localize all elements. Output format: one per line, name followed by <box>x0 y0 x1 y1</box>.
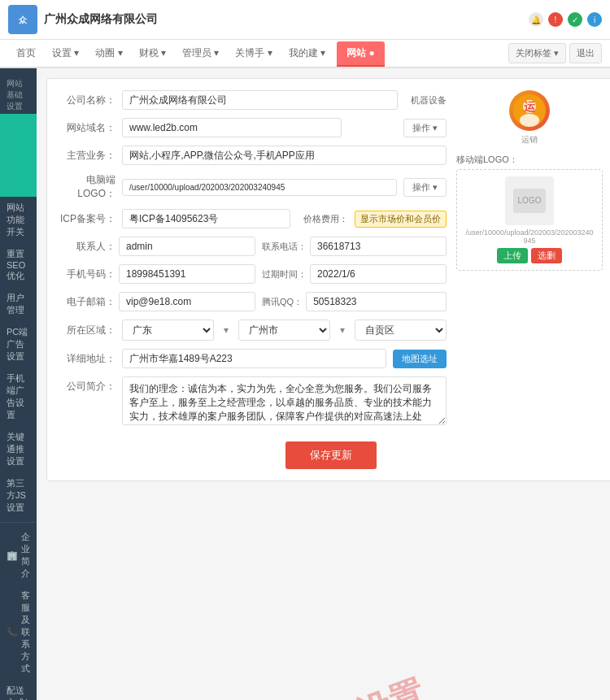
contact-phone-label: 联系电话： <box>262 241 307 253</box>
expire-label: 过期时间： <box>262 268 307 280</box>
city-select[interactable]: 广州市 <box>238 320 330 341</box>
icp-label: ICP备案号： <box>59 212 115 226</box>
delete-btn[interactable]: 选删 <box>531 248 562 263</box>
form-row-company-name: 公司名称： 机器设备 <box>59 90 447 110</box>
avatar-name: 运销 <box>456 134 603 146</box>
nav-settings[interactable]: 设置 ▾ <box>44 40 87 68</box>
operate-btn[interactable]: 操作 ▾ <box>403 119 447 137</box>
sidebar-item-mobile-ads[interactable]: 手机端广告设置 <box>0 367 37 426</box>
avatar-area: 运 运销 <box>456 90 603 146</box>
city-divider: ▾ <box>340 324 345 336</box>
business-input[interactable] <box>122 146 447 165</box>
province-value-display: ▾ <box>224 324 229 336</box>
nav-guanbo[interactable]: 关博手 ▾ <box>227 40 280 68</box>
qq-input[interactable] <box>306 292 447 311</box>
pc-logo-operate-btn[interactable]: 操作 ▾ <box>403 178 447 197</box>
email-input[interactable] <box>119 292 255 311</box>
mobile-logo-upload: LOGO /user/10000/upload/202003/202003240… <box>456 169 603 271</box>
form-row-email: 电子邮箱： 腾讯QQ： <box>59 292 447 311</box>
company-logo: 众 <box>8 5 37 34</box>
mobile-logo-path: /user/10000/upload/202003/202003240945 <box>464 228 595 245</box>
header-bar: 众 广州众成网络有限公司 🔔 ! ✓ i <box>0 0 610 40</box>
province-label: 所在区域： <box>59 324 115 337</box>
nav-admin[interactable]: 管理员 ▾ <box>174 40 227 68</box>
icp-input[interactable] <box>122 209 290 228</box>
price-label: 价格费用： <box>303 213 348 225</box>
nav-bar: 首页 设置 ▾ 动圈 ▾ 财税 ▾ 管理员 ▾ 关博手 ▾ 我的建 ▾ 网站 ●… <box>0 40 610 68</box>
map-btn[interactable]: 地图选址 <box>393 350 447 368</box>
contact-phone-input[interactable] <box>310 237 447 256</box>
sidebar-item-delivery[interactable]: 配送方式/配送方式 <box>0 680 37 700</box>
upload-btn[interactable]: 上传 <box>497 248 528 263</box>
form-row-contact: 联系人： 联系电话： <box>59 237 447 256</box>
intro-textarea[interactable]: 我们的理念：诚信为本，实力为先，全心全意为您服务。我们公司服务客户至上，服务至上… <box>122 376 447 425</box>
contact-label: 联系人： <box>59 240 115 254</box>
form-row-pc-logo: 电脑端LOGO： 操作 ▾ <box>59 173 447 201</box>
address-input[interactable] <box>122 349 386 368</box>
nav-home[interactable]: 首页 <box>8 40 44 68</box>
right-panel: 运 运销 移动端LOGO： LOGO <box>456 90 603 433</box>
submit-btn[interactable]: 保存更新 <box>285 441 377 469</box>
sidebar-item-company-intro[interactable]: 🏢企业简介 <box>0 526 37 585</box>
pc-logo-label: 电脑端LOGO： <box>59 173 115 201</box>
header-icons: 🔔 ! ✓ i <box>529 12 602 27</box>
upload-buttons: 上传 选删 <box>464 248 595 263</box>
mobile-logo-preview: LOGO <box>505 176 554 225</box>
sidebar-item-seo[interactable]: 重置SEO优化 <box>0 243 37 287</box>
logout-btn[interactable]: 退出 <box>569 43 602 63</box>
sidebar-item-keywords[interactable]: 关键通推设置 <box>0 426 37 472</box>
price-tag: 显示市场价和会员价 <box>355 211 447 228</box>
svg-text:LOGO: LOGO <box>518 196 542 205</box>
nav-mine[interactable]: 我的建 ▾ <box>281 40 333 68</box>
active-dot <box>7 154 10 157</box>
sidebar-item-contact[interactable]: 📞客服及联系方式 <box>0 585 37 680</box>
mobile-input[interactable] <box>119 264 255 284</box>
form-row-region: 所在区域： 广东 ▾ 广州市 ▾ 自贡区 <box>59 320 447 341</box>
bell-icon[interactable]: 🔔 <box>529 12 543 27</box>
info-blue-icon[interactable]: i <box>587 12 602 27</box>
sidebar-item-feature-switch[interactable]: 网站功能开关 <box>0 197 37 243</box>
nav-website[interactable]: 网站 ● <box>337 41 385 67</box>
svg-point-4 <box>520 114 539 127</box>
form-row-website: 网站域名： 操作 ▾ <box>59 118 447 137</box>
watermark-top: 系统设置 <box>286 670 430 700</box>
company-name-label: 公司名称： <box>59 93 115 107</box>
form-row-mobile: 手机号码： 过期时间： <box>59 264 447 284</box>
svg-text:运: 运 <box>524 100 536 113</box>
form-row-business: 主营业务： <box>59 146 447 165</box>
sidebar: 网站基础设置 网站基础设置 网站功能开关 重置SEO优化 用户管理 PC端广告设… <box>0 68 37 700</box>
contact-input[interactable] <box>119 237 255 256</box>
sidebar-item-third-party-js[interactable]: 第三方JS设置 <box>0 472 37 519</box>
website-input[interactable] <box>122 118 342 137</box>
user-avatar: 运 <box>509 90 550 131</box>
sidebar-item-user-mgmt[interactable]: 用户管理 <box>0 287 37 321</box>
qq-label: 腾讯QQ： <box>262 296 303 308</box>
form-row-address: 详细地址： 地图选址 <box>59 349 447 368</box>
sidebar-item-pc-ads[interactable]: PC端广告设置 <box>0 321 37 367</box>
sidebar-item-basic-settings[interactable]: 网站基础设置 <box>0 114 37 197</box>
status-green-icon[interactable]: ✓ <box>568 12 582 27</box>
svg-text:众: 众 <box>18 15 28 24</box>
content-area: 系统设置 公司名称： 机器设备 网站域名： <box>37 68 610 700</box>
company-name-input[interactable] <box>122 90 398 110</box>
nav-activity[interactable]: 动圈 ▾ <box>87 40 130 68</box>
close-tabs-btn[interactable]: 关闭标签 ▾ <box>508 43 566 63</box>
company-name-header: 广州众成网络有限公司 <box>44 12 522 27</box>
nav-right-actions: 关闭标签 ▾ 退出 <box>508 43 602 63</box>
province-select[interactable]: 广东 <box>122 320 214 341</box>
website-label: 网站域名： <box>59 121 115 135</box>
mobile-logo-label: 移动端LOGO： <box>456 154 603 166</box>
main-layout: 网站基础设置 网站基础设置 网站功能开关 重置SEO优化 用户管理 PC端广告设… <box>0 68 610 700</box>
email-label: 电子邮箱： <box>59 295 115 309</box>
form-row-icp: ICP备案号： 价格费用： 显示市场价和会员价 <box>59 209 447 228</box>
pc-logo-input[interactable] <box>122 179 397 196</box>
district-select[interactable]: 自贡区 <box>355 320 447 341</box>
machine-device-label: 机器设备 <box>411 94 447 107</box>
form-row-intro: 公司简介： 我们的理念：诚信为本，实力为先，全心全意为您服务。我们公司服务客户至… <box>59 376 447 425</box>
intro-label: 公司简介： <box>59 376 115 393</box>
expire-input[interactable] <box>310 264 447 284</box>
address-label: 详细地址： <box>59 352 115 366</box>
sidebar-category-website: 网站基础设置 <box>0 75 37 114</box>
notification-red-icon[interactable]: ! <box>548 12 563 27</box>
nav-finance[interactable]: 财税 ▾ <box>131 40 174 68</box>
